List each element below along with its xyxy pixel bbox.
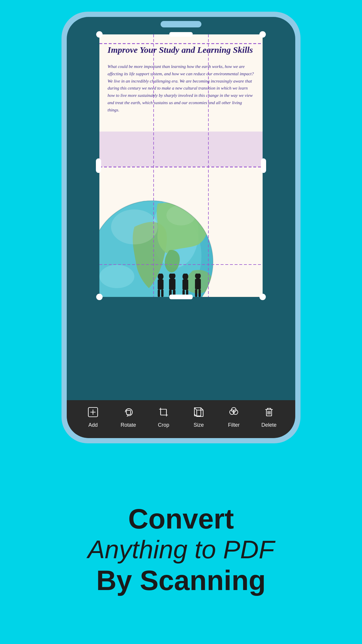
toolbar-label-size: Size: [194, 422, 204, 428]
svg-point-20: [195, 274, 201, 279]
svg-rect-13: [169, 279, 175, 290]
doc-image-area: [99, 186, 263, 297]
edge-handle-bottom[interactable]: [169, 295, 193, 299]
toolbar-label-rotate: Rotate: [121, 422, 136, 428]
toolbar-item-size[interactable]: Size: [191, 405, 206, 428]
svg-rect-23: [198, 289, 201, 297]
toolbar-label-delete: Delete: [261, 422, 277, 428]
svg-point-6: [99, 265, 134, 288]
svg-rect-10: [158, 290, 160, 297]
toolbar-item-delete[interactable]: Delete: [261, 405, 277, 428]
convert-line3: By Scanning: [96, 565, 266, 596]
people-silhouettes: [152, 274, 210, 297]
edge-handle-left[interactable]: [96, 158, 101, 173]
svg-point-4: [111, 209, 158, 244]
convert-title: Convert: [128, 503, 234, 534]
corner-handle-bl[interactable]: [96, 294, 103, 300]
svg-rect-22: [195, 289, 197, 297]
svg-rect-27: [126, 410, 131, 414]
size-icon: [191, 405, 206, 420]
corner-handle-br[interactable]: [259, 294, 266, 300]
svg-rect-9: [158, 279, 164, 290]
svg-rect-21: [195, 279, 201, 289]
edge-handle-top[interactable]: [169, 32, 193, 37]
status-bar: [67, 17, 295, 29]
delete-icon: [261, 405, 277, 420]
corner-handle-tl[interactable]: [96, 31, 103, 38]
notch: [161, 21, 201, 27]
toolbar-item-filter[interactable]: Filter: [226, 405, 241, 428]
rotate-icon: [121, 405, 136, 420]
svg-line-36: [201, 408, 203, 410]
svg-point-12: [169, 274, 175, 279]
svg-rect-17: [182, 279, 188, 290]
crop-frame[interactable]: Improve Your Study and Learning Skills W…: [99, 34, 263, 297]
add-icon: [85, 405, 101, 420]
phone-wrapper: Improve Your Study and Learning Skills W…: [0, 0, 362, 455]
toolbar: Add Rotate: [67, 400, 295, 438]
doc-content: Improve Your Study and Learning Skills W…: [99, 34, 263, 119]
silhouettes-svg: [152, 274, 210, 297]
svg-line-35: [194, 408, 197, 410]
bottom-section: Convert Anything to PDF By Scanning: [0, 455, 362, 644]
svg-point-8: [158, 274, 164, 280]
document-area[interactable]: Improve Your Study and Learning Skills W…: [67, 29, 295, 400]
svg-rect-34: [197, 410, 203, 416]
phone-outer: Improve Your Study and Learning Skills W…: [61, 12, 301, 443]
doc-title: Improve Your Study and Learning Skills: [108, 44, 254, 56]
document-page: Improve Your Study and Learning Skills W…: [99, 34, 263, 297]
doc-body: What could be more important than learni…: [108, 63, 254, 113]
svg-rect-11: [161, 290, 164, 297]
toolbar-label-crop: Crop: [158, 422, 169, 428]
crop-icon: [156, 405, 171, 420]
phone-screen: Improve Your Study and Learning Skills W…: [67, 17, 295, 438]
toolbar-label-add: Add: [88, 422, 98, 428]
edge-handle-right[interactable]: [261, 158, 266, 173]
crop-hline-middle: [99, 167, 263, 167]
svg-point-16: [182, 274, 188, 280]
toolbar-item-add[interactable]: Add: [85, 405, 101, 428]
svg-rect-30: [161, 409, 166, 415]
toolbar-item-crop[interactable]: Crop: [156, 405, 171, 428]
toolbar-label-filter: Filter: [228, 422, 240, 428]
selection-highlight: [99, 132, 263, 167]
toolbar-item-rotate[interactable]: Rotate: [121, 405, 136, 428]
convert-subtitle: Anything to PDF: [88, 534, 275, 565]
filter-icon: [226, 405, 241, 420]
corner-handle-tr[interactable]: [259, 31, 266, 38]
